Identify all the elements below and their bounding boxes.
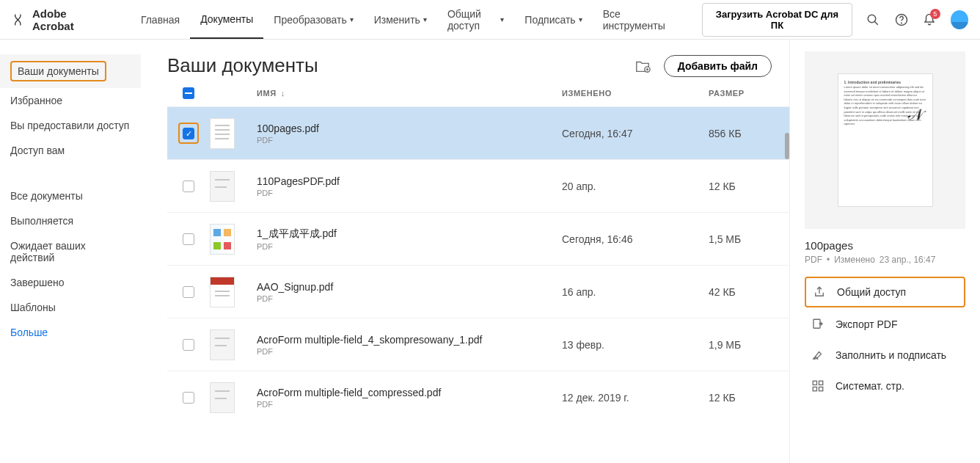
file-modified: 16 апр. — [562, 286, 596, 298]
row-checkbox[interactable] — [183, 181, 194, 192]
action-export-pdf[interactable]: Экспорт PDF — [805, 310, 965, 338]
sort-arrow-down-icon: ↓ — [281, 89, 285, 98]
file-size: 12 КБ — [709, 392, 736, 404]
svg-line-1 — [875, 21, 879, 25]
sidebar-item-templates[interactable]: Шаблоны — [0, 295, 141, 320]
row-checkbox[interactable] — [183, 286, 194, 298]
action-fill-sign[interactable]: Заполнить и подписать — [805, 341, 965, 369]
file-name: AAO_Signup.pdf — [257, 281, 333, 293]
main-nav: Главная Документы Преобразовать▾ Изменит… — [131, 0, 676, 39]
column-header-name[interactable]: ИМЯ ↓ — [257, 89, 562, 98]
add-file-button[interactable]: Добавить файл — [664, 55, 772, 77]
sidebar-item-label: Вы предоставили доступ — [10, 120, 129, 131]
action-label: Экспорт PDF — [835, 318, 898, 330]
file-size: 1,5 МБ — [709, 233, 741, 245]
avatar[interactable] — [951, 10, 968, 29]
file-type: PDF — [257, 400, 441, 409]
scrollbar-thumb[interactable] — [785, 133, 789, 159]
export-pdf-icon — [811, 318, 825, 331]
file-type: PDF — [257, 242, 337, 251]
row-checkbox[interactable] — [183, 392, 194, 404]
sidebar-item-shared-with-you[interactable]: Доступ вам — [0, 138, 141, 163]
table-header: ИМЯ ↓ ИЗМЕНЕНО РАЗМЕР — [167, 77, 789, 106]
organize-pages-icon — [811, 379, 825, 393]
sidebar-item-label: Все документы — [10, 190, 83, 202]
details-pane: 1. Introduction and preliminaries Lorem … — [789, 40, 980, 463]
file-thumbnail — [210, 382, 235, 413]
column-header-size[interactable]: РАЗМЕР — [709, 89, 789, 98]
table-row[interactable]: AcroForm multiple-field_compressed.pdfPD… — [167, 371, 789, 423]
detail-modified-label: Изменено — [834, 255, 875, 265]
sidebar: Ваши документы Избранное Вы предоставили… — [0, 40, 141, 463]
sidebar-item-label: Завершено — [10, 277, 65, 288]
nav-share[interactable]: Общий доступ▾ — [437, 0, 514, 39]
sidebar-item-label: Больше — [10, 327, 48, 338]
nav-all-tools[interactable]: Все инструменты — [593, 0, 676, 39]
table-row[interactable]: 110PagesPDF.pdfPDF 20 апр. 12 КБ — [167, 159, 789, 212]
sidebar-item-in-progress[interactable]: Выполняется — [0, 208, 141, 233]
row-checkbox[interactable] — [183, 233, 194, 245]
file-type: PDF — [257, 189, 340, 197]
main-content: Ваши документы Добавить файл ИМЯ ↓ ИЗМЕН… — [141, 40, 789, 463]
file-size: 856 КБ — [709, 128, 742, 139]
file-modified: 12 дек. 2019 г. — [562, 392, 629, 404]
search-icon[interactable] — [866, 12, 881, 28]
notifications-icon[interactable]: 5 — [922, 12, 937, 28]
column-header-modified[interactable]: ИЗМЕНЕНО — [562, 89, 709, 98]
file-name: AcroForm multiple-field_4_skompresowany_… — [257, 334, 482, 346]
svg-point-3 — [902, 23, 902, 23]
app-header: Adobe Acrobat Главная Документы Преобраз… — [0, 0, 980, 40]
row-checkbox[interactable] — [183, 128, 194, 139]
chevron-down-icon: ▾ — [350, 15, 354, 23]
nav-sign[interactable]: Подписать▾ — [514, 0, 592, 39]
sidebar-item-your-documents[interactable]: Ваши документы — [0, 54, 141, 88]
app-name: Adobe Acrobat — [32, 7, 104, 32]
sidebar-item-favorites[interactable]: Избранное — [0, 88, 141, 113]
detail-file-type: PDF — [805, 255, 822, 265]
file-type: PDF — [257, 136, 319, 145]
help-icon[interactable] — [894, 12, 910, 28]
nav-edit[interactable]: Изменить▾ — [364, 0, 437, 39]
svg-rect-8 — [813, 381, 816, 384]
file-modified: 20 апр. — [562, 181, 596, 192]
file-thumbnail — [210, 118, 235, 149]
table-row[interactable]: 100pages.pdfPDF Сегодня, 16:47 856 КБ — [167, 106, 789, 159]
sidebar-item-label: Шаблоны — [10, 302, 56, 313]
sidebar-item-label: Выполняется — [10, 215, 73, 227]
file-type: PDF — [257, 347, 482, 356]
chevron-down-icon: ▾ — [579, 15, 582, 23]
file-size: 12 КБ — [709, 181, 736, 192]
chevron-down-icon: ▾ — [500, 15, 504, 23]
nav-documents[interactable]: Документы — [190, 0, 263, 39]
download-desktop-button[interactable]: Загрузить Acrobat DC для ПК — [702, 3, 852, 37]
action-organize-pages[interactable]: Системат. стр. — [805, 372, 965, 400]
file-thumbnail — [210, 224, 235, 255]
sidebar-item-more[interactable]: Больше — [0, 320, 141, 345]
sidebar-item-shared-by-you[interactable]: Вы предоставили доступ — [0, 113, 141, 138]
notification-badge: 5 — [930, 9, 940, 19]
table-row[interactable]: AcroForm multiple-field_4_skompresowany_… — [167, 318, 789, 371]
action-label: Общий доступ — [837, 286, 906, 298]
chevron-down-icon: ▾ — [423, 15, 427, 23]
file-type: PDF — [257, 294, 333, 303]
sidebar-item-label: Ожидает ваших действий — [10, 240, 86, 263]
file-modified: 13 февр. — [562, 339, 604, 351]
file-thumbnail — [210, 277, 235, 307]
svg-point-0 — [869, 15, 877, 23]
nav-convert[interactable]: Преобразовать▾ — [263, 0, 363, 39]
table-row[interactable]: AAO_Signup.pdfPDF 16 апр. 42 КБ — [167, 265, 789, 318]
row-checkbox[interactable] — [183, 339, 194, 351]
sidebar-item-waiting[interactable]: Ожидает ваших действий — [0, 233, 141, 270]
file-size: 1,9 МБ — [709, 339, 741, 351]
nav-home[interactable]: Главная — [131, 0, 190, 39]
sidebar-item-completed[interactable]: Завершено — [0, 270, 141, 295]
sidebar-item-all-documents[interactable]: Все документы — [0, 183, 141, 208]
app-logo[interactable]: Adobe Acrobat — [12, 7, 104, 32]
action-share[interactable]: Общий доступ — [805, 277, 965, 307]
file-preview[interactable]: 1. Introduction and preliminaries Lorem … — [805, 51, 965, 229]
svg-rect-10 — [813, 387, 816, 391]
new-folder-icon[interactable] — [635, 58, 651, 74]
select-all-checkbox[interactable] — [183, 87, 194, 99]
table-row[interactable]: 1_成平成平成.pdfPDF Сегодня, 16:46 1,5 МБ — [167, 212, 789, 265]
fill-sign-icon — [811, 349, 825, 362]
